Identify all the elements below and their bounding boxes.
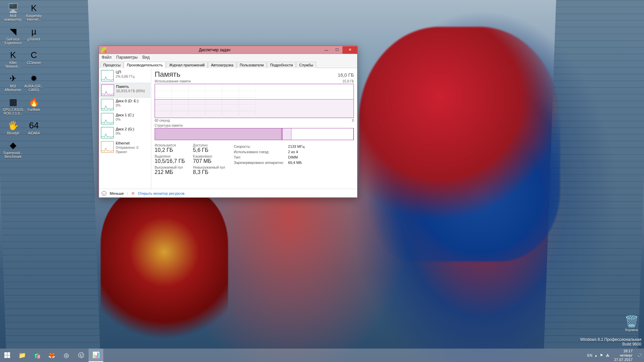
sidebar-item-eth[interactable]: EthernetОтправлено: 0 Принят	[100, 140, 150, 156]
memory-total: 16,0 ГБ	[338, 72, 354, 78]
tray-lang[interactable]: EN	[587, 353, 592, 357]
desktop-icon-glyph: C	[28, 49, 40, 61]
taskbar-steam[interactable]: ◎	[59, 349, 74, 362]
menu-item[interactable]: Параметры	[116, 55, 138, 60]
stat-label: Невыгружаемый пул	[193, 166, 225, 169]
panel-title: Память	[155, 70, 180, 79]
sidebar-item-disk[interactable]: Диск 1 (C:)0%	[100, 112, 150, 126]
stat: Выгружаемый пул212 МБ	[155, 166, 185, 175]
sidebar-thumb	[101, 70, 114, 81]
taskbar-store[interactable]: 🛍️	[30, 349, 44, 362]
tray-clock[interactable]: 18:17 четверг 27.07.2017	[612, 349, 635, 362]
minimize-button[interactable]: —	[321, 46, 332, 54]
svg-rect-15	[4, 352, 7, 355]
desktop-icon-glyph: ✈	[7, 72, 19, 84]
resmon-icon: ⊘	[131, 191, 135, 195]
tab[interactable]: Журнал приложений	[166, 62, 208, 68]
sidebar-thumb	[101, 113, 114, 124]
desktop-icon-label: AIDA64	[28, 131, 40, 135]
spec-key: Тип:	[234, 155, 287, 160]
sidebar-item-disk[interactable]: Диск 2 (G:)0%	[100, 126, 150, 140]
taskbar-explorer[interactable]: 📁	[15, 349, 30, 362]
desktop-icon[interactable]: 64AIDA64	[23, 119, 44, 135]
stat-value: 10,2 ГБ	[155, 147, 185, 153]
desktop-icon-glyph: ◆	[7, 139, 19, 151]
desktop-icon-label: KasperskyInternet...	[26, 14, 42, 21]
desktop-icon-glyph: 🖐	[7, 119, 19, 131]
tray-network-icon[interactable]: 🖧	[606, 353, 609, 357]
sidebar-item-mem[interactable]: Память10,3/15,9 ГБ (65%)	[100, 83, 150, 98]
sidebar-thumb	[101, 141, 114, 153]
spec-row: Тип:DIMM	[234, 155, 308, 160]
tab[interactable]: Пользователи	[237, 62, 267, 68]
sidebar-item-sub: 0%	[116, 117, 134, 122]
desktop-icon-label: MSIAfterburner	[5, 84, 21, 92]
desktop-icon-glyph: 64	[28, 119, 40, 131]
tray-chevron-icon[interactable]: ▴	[595, 353, 597, 358]
desktop-icon-glyph: ✹	[28, 72, 40, 84]
collapse-icon[interactable]: ⌄	[102, 191, 106, 196]
desktop-icon[interactable]: ✹AURA (GR...CARD)	[23, 72, 44, 92]
open-resmon-link[interactable]: Открыть монитор ресурсов	[138, 191, 184, 195]
taskbar[interactable]: 📁 🛍️ 🦊 ◎ Ⓤ 📊 EN ▴ ⚑ 🖧 18:17 четверг 27.0…	[0, 349, 644, 362]
desktop-icon[interactable]: ◆Superpositi...Benchmark	[3, 139, 23, 159]
stat-label: Используется	[155, 143, 185, 147]
desktop-icon[interactable]: µµTorrent	[23, 25, 44, 41]
desktop-icon[interactable]: 🔥FurMark	[23, 96, 44, 112]
sidebar-item-sub: 0%	[116, 103, 139, 108]
tab[interactable]: Службы	[296, 62, 316, 68]
tab[interactable]: Автозагрузка	[208, 62, 236, 68]
maximize-button[interactable]: ☐	[332, 46, 342, 54]
tabs: ПроцессыПроизводительностьЖурнал приложе…	[99, 61, 357, 68]
recycle-bin-icon: 🗑️	[625, 315, 639, 328]
start-button[interactable]	[0, 349, 15, 362]
desktop-icon[interactable]: KKasperskyInternet...	[23, 2, 44, 21]
perf-main: Память 16,0 ГБ Использование памяти 15,9…	[151, 68, 357, 189]
close-button[interactable]: ✕	[342, 46, 357, 54]
chart-line	[155, 99, 354, 100]
desktop-icon-glyph: ▦	[7, 96, 19, 108]
sidebar-item-cpu[interactable]: ЦП2% 0,86 ГГц	[100, 69, 150, 83]
desktop-icon[interactable]: 🖐Bloody6	[3, 119, 23, 135]
tray-volume-icon[interactable]: 🔊	[637, 353, 642, 358]
menu-item[interactable]: Вид	[142, 55, 150, 60]
desktop-icon-label: KillerNetwork...	[5, 61, 20, 68]
system-tray[interactable]: EN ▴ ⚑ 🖧 18:17 четверг 27.07.2017 🔊	[587, 349, 644, 362]
spec-row: Использовано гнезд:2 из 4	[234, 149, 308, 154]
chart-fill	[155, 99, 354, 118]
titlebar[interactable]: Диспетчер задач — ☐ ✕	[99, 46, 357, 54]
taskbar-uplay[interactable]: Ⓤ	[74, 349, 89, 362]
tray-flag-icon[interactable]: ⚑	[600, 353, 603, 358]
desktop-icon[interactable]: 🖥️Мойкомпьютер	[3, 2, 23, 21]
taskbar-taskmgr[interactable]: 📊	[89, 349, 103, 362]
sidebar-item-name: ЦП	[116, 70, 135, 74]
stat-value: 8,3 ГБ	[193, 169, 225, 175]
app-icon	[101, 47, 106, 53]
tab[interactable]: Производительность	[124, 62, 166, 68]
watermark-line2: Build 9600	[580, 342, 641, 347]
desktop-icon-label: GeForceExperience	[5, 38, 21, 45]
memory-specs: Скорость:2133 МГцИспользовано гнезд:2 из…	[233, 143, 309, 166]
taskbar-firefox[interactable]: 🦊	[44, 349, 59, 362]
desktop-icon[interactable]: ◥GeForceExperience	[3, 25, 23, 45]
menu-item[interactable]: Файл	[102, 55, 112, 60]
sidebar-item-disk[interactable]: Диск 0 (D: E:)0%	[100, 98, 150, 112]
desktop-icon-glyph: 🖥️	[7, 2, 19, 14]
task-manager-window[interactable]: Диспетчер задач — ☐ ✕ ФайлПараметрыВид П…	[99, 46, 358, 198]
fewer-details-link[interactable]: Меньше	[110, 191, 124, 195]
desktop-icon[interactable]: ▦GPU-Z ASUSROG 2.1.0...	[3, 96, 23, 115]
recycle-bin[interactable]: 🗑️ Корзина	[625, 315, 639, 332]
tab[interactable]: Подробности	[267, 62, 296, 68]
watermark-line1: Windows 8.1 Профессиональная	[580, 337, 641, 342]
sidebar-item-name: Диск 2 (G:)	[116, 127, 134, 131]
desktop-icon-glyph: ◥	[7, 25, 19, 38]
tab[interactable]: Процессы	[100, 62, 123, 68]
desktop-icon-label: Bloody6	[7, 131, 19, 135]
sidebar-item-name: Диск 0 (D: E:)	[116, 99, 139, 103]
sidebar-item-name: Ethernet	[116, 141, 149, 145]
stat: Невыгружаемый пул8,3 ГБ	[193, 166, 225, 175]
desktop-icon[interactable]: CCCleaner	[23, 49, 44, 65]
desktop-icon[interactable]: KKillerNetwork...	[3, 49, 23, 68]
desktop-icon[interactable]: ✈MSIAfterburner	[3, 72, 23, 92]
spec-row: Скорость:2133 МГц	[234, 144, 308, 149]
